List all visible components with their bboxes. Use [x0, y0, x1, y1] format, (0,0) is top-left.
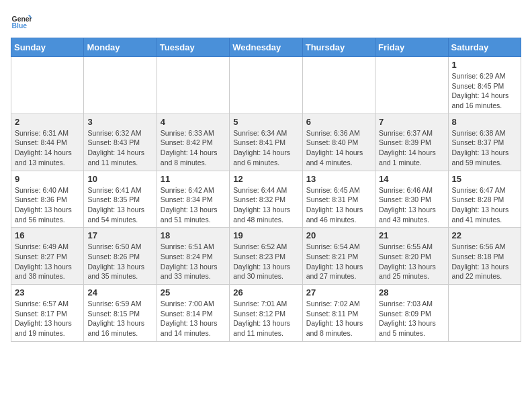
calendar-cell [84, 57, 157, 114]
day-info: Sunrise: 6:31 AM Sunset: 8:44 PM Dayligh… [15, 128, 80, 168]
calendar-cell: 1Sunrise: 6:29 AM Sunset: 8:45 PM Daylig… [448, 57, 521, 114]
day-number: 10 [87, 174, 152, 184]
calendar-cell: 17Sunrise: 6:50 AM Sunset: 8:26 PM Dayli… [84, 228, 157, 285]
calendar-week-row: 9Sunrise: 6:40 AM Sunset: 8:36 PM Daylig… [11, 171, 521, 228]
day-info: Sunrise: 6:45 AM Sunset: 8:31 PM Dayligh… [306, 185, 371, 225]
day-number: 14 [379, 174, 444, 184]
logo: General Blue [11, 11, 35, 32]
day-number: 12 [233, 174, 298, 184]
day-number: 21 [379, 230, 444, 240]
day-info: Sunrise: 6:59 AM Sunset: 8:15 PM Dayligh… [87, 299, 152, 338]
day-number: 19 [233, 230, 298, 240]
calendar-header-row: SundayMondayTuesdayWednesdayThursdayFrid… [11, 38, 521, 57]
calendar-cell: 24Sunrise: 6:59 AM Sunset: 8:15 PM Dayli… [84, 285, 157, 342]
calendar-week-row: 2Sunrise: 6:31 AM Sunset: 8:44 PM Daylig… [11, 113, 521, 171]
day-number: 3 [87, 117, 152, 127]
day-of-week-header: Sunday [11, 38, 84, 57]
calendar-cell: 22Sunrise: 6:56 AM Sunset: 8:18 PM Dayli… [448, 228, 521, 285]
day-number: 7 [379, 117, 444, 127]
calendar-cell: 5Sunrise: 6:34 AM Sunset: 8:41 PM Daylig… [230, 113, 302, 171]
calendar-cell: 4Sunrise: 6:33 AM Sunset: 8:42 PM Daylig… [157, 113, 229, 171]
calendar-cell: 11Sunrise: 6:42 AM Sunset: 8:34 PM Dayli… [157, 171, 229, 228]
day-info: Sunrise: 6:57 AM Sunset: 8:17 PM Dayligh… [15, 299, 80, 338]
day-info: Sunrise: 6:54 AM Sunset: 8:21 PM Dayligh… [306, 242, 371, 281]
day-info: Sunrise: 6:50 AM Sunset: 8:26 PM Dayligh… [87, 242, 152, 281]
calendar-cell: 20Sunrise: 6:54 AM Sunset: 8:21 PM Dayli… [302, 228, 375, 285]
day-info: Sunrise: 6:52 AM Sunset: 8:23 PM Dayligh… [233, 242, 298, 281]
day-number: 18 [161, 230, 226, 240]
calendar-cell [448, 285, 521, 342]
calendar-cell: 7Sunrise: 6:37 AM Sunset: 8:39 PM Daylig… [375, 113, 448, 171]
svg-text:General: General [12, 15, 32, 23]
svg-text:Blue: Blue [12, 22, 28, 30]
calendar-cell: 27Sunrise: 7:02 AM Sunset: 8:11 PM Dayli… [302, 285, 375, 342]
day-of-week-header: Saturday [448, 38, 521, 57]
day-number: 22 [452, 230, 517, 240]
calendar-cell: 28Sunrise: 7:03 AM Sunset: 8:09 PM Dayli… [375, 285, 448, 342]
day-number: 17 [87, 230, 152, 240]
calendar-cell [230, 57, 302, 114]
calendar-cell: 9Sunrise: 6:40 AM Sunset: 8:36 PM Daylig… [11, 171, 84, 228]
calendar-cell: 6Sunrise: 6:36 AM Sunset: 8:40 PM Daylig… [302, 113, 375, 171]
day-info: Sunrise: 6:46 AM Sunset: 8:30 PM Dayligh… [379, 185, 444, 225]
day-number: 28 [379, 287, 444, 298]
day-of-week-header: Monday [84, 38, 157, 57]
calendar-cell: 25Sunrise: 7:00 AM Sunset: 8:14 PM Dayli… [157, 285, 229, 342]
day-info: Sunrise: 6:36 AM Sunset: 8:40 PM Dayligh… [306, 128, 371, 168]
day-info: Sunrise: 6:49 AM Sunset: 8:27 PM Dayligh… [15, 242, 80, 281]
calendar-cell: 26Sunrise: 7:01 AM Sunset: 8:12 PM Dayli… [230, 285, 302, 342]
day-number: 27 [306, 287, 371, 298]
day-of-week-header: Friday [375, 38, 448, 57]
day-info: Sunrise: 7:01 AM Sunset: 8:12 PM Dayligh… [233, 299, 298, 338]
logo-icon: General Blue [11, 11, 32, 32]
day-info: Sunrise: 6:56 AM Sunset: 8:18 PM Dayligh… [452, 242, 517, 281]
calendar-week-row: 23Sunrise: 6:57 AM Sunset: 8:17 PM Dayli… [11, 285, 521, 342]
calendar-cell [375, 57, 448, 114]
calendar-cell [11, 57, 84, 114]
calendar-cell: 2Sunrise: 6:31 AM Sunset: 8:44 PM Daylig… [11, 113, 84, 171]
day-info: Sunrise: 6:55 AM Sunset: 8:20 PM Dayligh… [379, 242, 444, 281]
calendar-cell: 21Sunrise: 6:55 AM Sunset: 8:20 PM Dayli… [375, 228, 448, 285]
day-info: Sunrise: 6:44 AM Sunset: 8:32 PM Dayligh… [233, 185, 298, 225]
day-number: 26 [233, 287, 298, 298]
day-info: Sunrise: 6:51 AM Sunset: 8:24 PM Dayligh… [161, 242, 226, 281]
day-number: 16 [15, 230, 80, 240]
day-of-week-header: Tuesday [157, 38, 229, 57]
day-number: 20 [306, 230, 371, 240]
day-number: 24 [87, 287, 152, 298]
day-info: Sunrise: 6:33 AM Sunset: 8:42 PM Dayligh… [161, 128, 226, 168]
calendar-cell [302, 57, 375, 114]
calendar-cell: 16Sunrise: 6:49 AM Sunset: 8:27 PM Dayli… [11, 228, 84, 285]
calendar-cell [157, 57, 229, 114]
calendar-cell: 14Sunrise: 6:46 AM Sunset: 8:30 PM Dayli… [375, 171, 448, 228]
calendar-week-row: 1Sunrise: 6:29 AM Sunset: 8:45 PM Daylig… [11, 57, 521, 114]
day-of-week-header: Wednesday [230, 38, 302, 57]
calendar-cell: 8Sunrise: 6:38 AM Sunset: 8:37 PM Daylig… [448, 113, 521, 171]
day-number: 1 [452, 60, 517, 70]
page-header: General Blue [11, 11, 521, 32]
day-info: Sunrise: 7:03 AM Sunset: 8:09 PM Dayligh… [379, 299, 444, 338]
day-number: 11 [161, 174, 226, 184]
day-info: Sunrise: 6:37 AM Sunset: 8:39 PM Dayligh… [379, 128, 444, 168]
day-info: Sunrise: 6:38 AM Sunset: 8:37 PM Dayligh… [452, 128, 517, 168]
day-number: 6 [306, 117, 371, 127]
calendar-cell: 10Sunrise: 6:41 AM Sunset: 8:35 PM Dayli… [84, 171, 157, 228]
calendar-cell: 13Sunrise: 6:45 AM Sunset: 8:31 PM Dayli… [302, 171, 375, 228]
calendar-cell: 15Sunrise: 6:47 AM Sunset: 8:28 PM Dayli… [448, 171, 521, 228]
day-number: 15 [452, 174, 517, 184]
calendar-cell: 18Sunrise: 6:51 AM Sunset: 8:24 PM Dayli… [157, 228, 229, 285]
day-info: Sunrise: 6:42 AM Sunset: 8:34 PM Dayligh… [161, 185, 226, 225]
day-info: Sunrise: 6:47 AM Sunset: 8:28 PM Dayligh… [452, 185, 517, 225]
day-info: Sunrise: 7:02 AM Sunset: 8:11 PM Dayligh… [306, 299, 371, 338]
day-info: Sunrise: 6:40 AM Sunset: 8:36 PM Dayligh… [15, 185, 80, 225]
day-number: 25 [161, 287, 226, 298]
day-number: 8 [452, 117, 517, 127]
calendar-cell: 12Sunrise: 6:44 AM Sunset: 8:32 PM Dayli… [230, 171, 302, 228]
day-info: Sunrise: 6:32 AM Sunset: 8:43 PM Dayligh… [87, 128, 152, 168]
day-info: Sunrise: 6:34 AM Sunset: 8:41 PM Dayligh… [233, 128, 298, 168]
day-number: 9 [15, 174, 80, 184]
day-info: Sunrise: 7:00 AM Sunset: 8:14 PM Dayligh… [161, 299, 226, 338]
day-info: Sunrise: 6:29 AM Sunset: 8:45 PM Dayligh… [452, 71, 517, 111]
calendar-week-row: 16Sunrise: 6:49 AM Sunset: 8:27 PM Dayli… [11, 228, 521, 285]
day-number: 5 [233, 117, 298, 127]
